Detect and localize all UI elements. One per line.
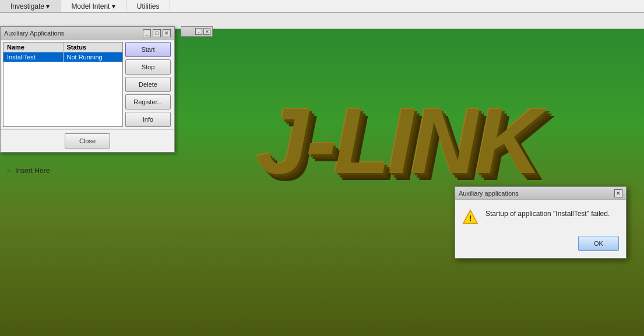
error-body: ! Startup of application "InstallTest" f…	[455, 200, 626, 231]
error-title-bar: Auxiliary applications ✕	[455, 187, 626, 200]
error-close-button[interactable]: ✕	[614, 189, 622, 197]
cell-name: InstallTest	[3, 52, 64, 62]
close-row: Close	[1, 129, 174, 152]
info-button[interactable]: Info	[125, 112, 171, 127]
cell-status: Not Running	[64, 52, 123, 62]
table-header: Name Status	[3, 43, 122, 52]
menu-investigate[interactable]: Investigate ▾	[0, 0, 61, 12]
insert-here-text: Insert Here	[15, 167, 50, 175]
error-dialog: Auxiliary applications ✕ ! Startup of ap…	[455, 186, 627, 259]
delete-button[interactable]: Delete	[125, 77, 171, 92]
insert-here-label: ➤ Insert Here	[6, 166, 50, 175]
col-name: Name	[3, 43, 64, 52]
start-button[interactable]: Start	[125, 42, 171, 57]
insert-arrow-icon: ➤	[6, 166, 13, 175]
mini-minimize[interactable]: -	[195, 28, 202, 35]
maximize-button[interactable]: □	[153, 29, 161, 37]
aux-title-bar: Auxiliary Applications _ □ ✕	[1, 27, 174, 40]
jlink-logo: J-LINK	[256, 87, 540, 194]
menu-model-intent[interactable]: Model Intent ▾	[61, 0, 126, 12]
aux-applications-window: Auxiliary Applications _ □ ✕ Name Status…	[0, 26, 175, 153]
svg-text:!: !	[469, 214, 472, 223]
register-button[interactable]: Register...	[125, 94, 171, 109]
stop-button[interactable]: Stop	[125, 59, 171, 75]
table-row[interactable]: InstallTest Not Running	[3, 52, 122, 62]
aux-title-text: Auxiliary Applications	[4, 30, 64, 37]
ok-button[interactable]: OK	[578, 236, 619, 251]
warning-icon: !	[462, 209, 478, 225]
close-window-button[interactable]: ✕	[163, 29, 171, 37]
col-status: Status	[64, 43, 123, 52]
app-table: Name Status InstallTest Not Running	[3, 42, 123, 127]
mini-window-bar: - ✕	[181, 26, 213, 37]
error-footer: OK	[455, 231, 626, 258]
error-message: Startup of application "InstallTest" fai…	[485, 209, 619, 219]
title-bar-buttons: _ □ ✕	[143, 29, 171, 37]
error-title-text: Auxiliary applications	[459, 190, 519, 197]
minimize-button[interactable]: _	[143, 29, 151, 37]
aux-content: Name Status InstallTest Not Running Star…	[1, 40, 174, 129]
action-buttons: Start Stop Delete Register... Info	[125, 42, 172, 127]
menu-bar: Investigate ▾ Model Intent ▾ Utilities	[0, 0, 644, 13]
mini-close[interactable]: ✕	[203, 28, 210, 35]
mini-bar-buttons: - ✕	[195, 28, 210, 35]
close-button[interactable]: Close	[65, 133, 110, 148]
menu-utilities[interactable]: Utilities	[126, 0, 171, 12]
